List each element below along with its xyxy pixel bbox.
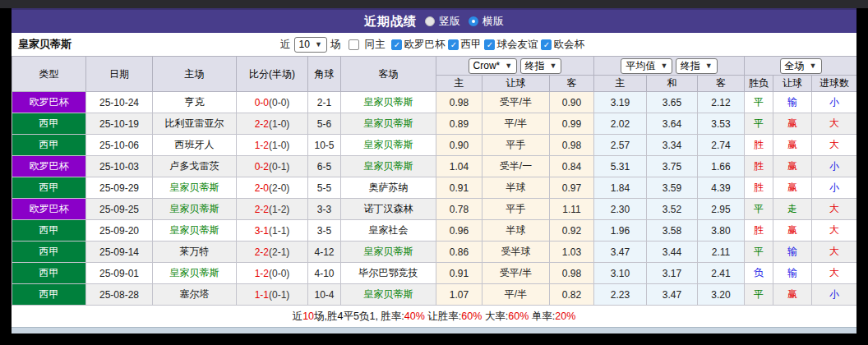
home-team[interactable]: 皇家贝蒂斯 <box>153 220 237 242</box>
radio-unchecked-icon[interactable] <box>425 16 435 26</box>
home-team[interactable]: 卢多戈雷茨 <box>153 156 237 177</box>
match-date: 25-09-14 <box>86 242 153 263</box>
halftime-score: (0-0) <box>269 97 289 108</box>
col-header-date: 日期 <box>86 57 153 92</box>
layout-radio-vertical[interactable]: 竖版 <box>425 14 460 29</box>
odds-away: 0.98 <box>550 263 594 284</box>
average-select[interactable]: 平均值▼ <box>621 58 672 74</box>
handicap: 受平/半 <box>482 92 550 113</box>
chevron-down-icon: ▼ <box>550 60 557 72</box>
away-team[interactable]: 皇家贝蒂斯 <box>341 156 436 177</box>
home-team[interactable]: 比利亚雷亚尔 <box>153 113 237 135</box>
result-goals: 大 <box>812 113 856 135</box>
home-team[interactable]: 西班牙人 <box>153 135 237 156</box>
league-checkbox[interactable]: ✓ <box>484 39 495 50</box>
away-team[interactable]: 皇家贝蒂斯 <box>341 242 436 263</box>
score-cell[interactable]: 2-2(2-1) <box>237 242 308 263</box>
corner-count: 5-6 <box>308 113 341 135</box>
odds-group-header: Crow*▼ 终指▼ <box>436 57 594 76</box>
result-handicap: 输 <box>773 263 812 284</box>
result-goals: 小 <box>812 92 856 113</box>
table-row: 西甲25-09-01皇家贝蒂斯1-2(0-0)4-10毕尔巴鄂竞技0.91受平/… <box>12 263 857 284</box>
away-team[interactable]: 皇家贝蒂斯 <box>341 113 436 135</box>
avg-away: 3.20 <box>698 284 745 306</box>
match-date: 25-10-03 <box>86 156 153 177</box>
avg-home: 3.47 <box>594 242 647 263</box>
home-team[interactable]: 皇家贝蒂斯 <box>153 199 237 220</box>
league-checkbox[interactable]: ✓ <box>541 39 552 50</box>
footer-segment: 单率: <box>529 310 555 322</box>
avg-draw: 3.58 <box>647 220 698 242</box>
same-home-checkbox[interactable] <box>349 39 359 50</box>
result-handicap: 赢 <box>773 177 812 199</box>
col-header-goals: 进球数 <box>812 76 856 92</box>
avg-away: 3.53 <box>698 113 745 135</box>
score-cell[interactable]: 0-2(0-1) <box>237 156 308 177</box>
handicap: 半球 <box>482 177 550 199</box>
result-handicap: 赢 <box>773 113 812 135</box>
avg-draw: 3.52 <box>647 199 698 220</box>
result-goals: 大 <box>812 242 856 263</box>
score-cell[interactable]: 1-1(0-1) <box>237 284 308 306</box>
table-row: 欧罗巴杯25-10-24亨克0-0(0-0)2-1皇家贝蒂斯0.98受平/半0.… <box>12 92 857 113</box>
score-cell[interactable]: 2-2(1-0) <box>237 113 308 135</box>
col-header-handicap-result: 让球 <box>773 76 812 92</box>
odds-company-select[interactable]: Crow*▼ <box>469 58 518 74</box>
footer-segment: 大率: <box>482 310 508 322</box>
odds-away: 0.90 <box>550 92 594 113</box>
home-team[interactable]: 皇家贝蒂斯 <box>153 263 237 284</box>
corner-count: 4-12 <box>308 242 341 263</box>
away-team[interactable]: 皇家社会 <box>341 220 436 242</box>
score-cell[interactable]: 2-2(1-2) <box>237 199 308 220</box>
avg-home: 3.19 <box>594 92 647 113</box>
result-handicap: 赢 <box>773 135 812 156</box>
average-final-select[interactable]: 终指▼ <box>676 58 718 74</box>
league-checkbox[interactable]: ✓ <box>448 39 459 50</box>
result-handicap: 赢 <box>773 220 812 242</box>
league-checkbox[interactable]: ✓ <box>391 39 402 50</box>
result-goals: 小 <box>812 284 856 306</box>
away-team[interactable]: 皇家贝蒂斯 <box>341 92 436 113</box>
score-cell[interactable]: 0-0(0-0) <box>237 92 308 113</box>
avg-away: 4.39 <box>698 177 745 199</box>
avg-home: 2.30 <box>594 199 647 220</box>
away-team[interactable]: 皇家贝蒂斯 <box>341 284 436 306</box>
halftime-score: (1-0) <box>269 140 289 151</box>
away-team[interactable]: 皇家贝蒂斯 <box>341 135 436 156</box>
avg-away: 2.12 <box>698 92 745 113</box>
score-cell[interactable]: 1-2(0-0) <box>237 263 308 284</box>
away-team[interactable]: 毕尔巴鄂竞技 <box>341 263 436 284</box>
away-team[interactable]: 诺丁汉森林 <box>341 199 436 220</box>
result-wdl: 胜 <box>745 135 773 156</box>
fulltime-select[interactable]: 全场▼ <box>780 58 822 74</box>
avg-draw: 3.34 <box>647 135 698 156</box>
layout-radio-horizontal[interactable]: 横版 <box>469 14 504 29</box>
handicap: 平手 <box>482 135 550 156</box>
table-row: 西甲25-10-06西班牙人1-2(1-0)10-5皇家贝蒂斯0.90平手0.9… <box>12 135 857 156</box>
score-cell[interactable]: 2-0(2-0) <box>237 177 308 199</box>
handicap: 半球 <box>482 220 550 242</box>
match-date: 25-10-19 <box>86 113 153 135</box>
away-team[interactable]: 奥萨苏纳 <box>341 177 436 199</box>
result-handicap: 输 <box>773 92 812 113</box>
home-team[interactable]: 皇家贝蒂斯 <box>153 177 237 199</box>
recent-prefix-label: 近 <box>280 38 291 52</box>
home-team[interactable]: 塞尔塔 <box>153 284 237 306</box>
corner-count: 2-1 <box>308 92 341 113</box>
match-count-select[interactable]: 10▼ <box>294 37 327 53</box>
radio-checked-icon[interactable] <box>469 16 478 26</box>
odds-final-select[interactable]: 终指▼ <box>520 58 562 74</box>
league-badge: 西甲 <box>12 263 86 284</box>
corner-count: 5-5 <box>308 177 341 199</box>
page-title: 近期战绩 <box>364 14 417 30</box>
result-goals: 小 <box>812 177 856 199</box>
horizontal-scrollbar[interactable] <box>12 327 856 334</box>
odds-home: 0.98 <box>436 92 482 113</box>
home-team[interactable]: 亨克 <box>153 92 237 113</box>
score-cell[interactable]: 1-2(1-0) <box>237 135 308 156</box>
home-team[interactable]: 莱万特 <box>153 242 237 263</box>
match-date: 25-09-01 <box>86 263 153 284</box>
score-cell[interactable]: 3-1(1-1) <box>237 220 308 242</box>
footer-segment: 让胜率: <box>425 310 461 322</box>
col-header-odds-away: 客 <box>550 76 594 92</box>
